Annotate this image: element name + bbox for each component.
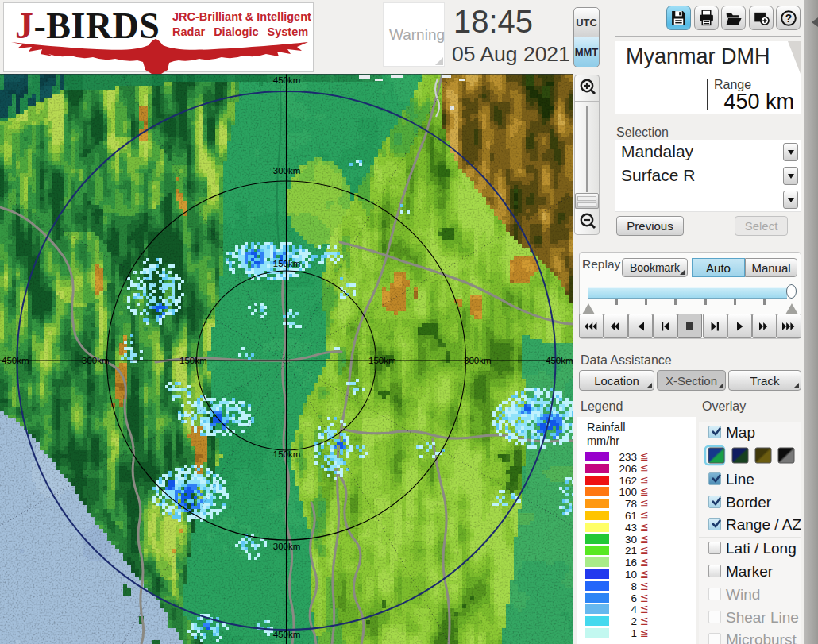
svg-text:150km: 150km bbox=[179, 356, 207, 365]
svg-text:450km: 450km bbox=[273, 75, 301, 85]
svg-text:300km: 300km bbox=[273, 542, 301, 551]
svg-text:450km: 450km bbox=[2, 356, 29, 365]
svg-text:?: ? bbox=[785, 12, 791, 24]
svg-text:300km: 300km bbox=[273, 166, 301, 175]
svg-text:300km: 300km bbox=[82, 356, 110, 365]
svg-text:450km: 450km bbox=[546, 356, 573, 365]
svg-text:150km: 150km bbox=[273, 259, 301, 268]
svg-text:150km: 150km bbox=[273, 449, 301, 459]
svg-text:150km: 150km bbox=[368, 356, 396, 365]
svg-text:450km: 450km bbox=[273, 630, 301, 639]
svg-text:300km: 300km bbox=[464, 356, 492, 365]
